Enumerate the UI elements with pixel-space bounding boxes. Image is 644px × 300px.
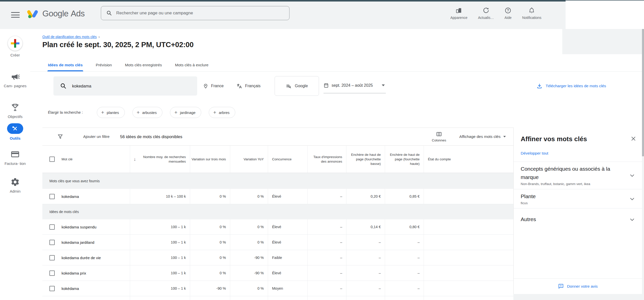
search-icon: [60, 83, 67, 89]
translate-icon: [237, 83, 242, 89]
table-row[interactable]: kokédama 100 – 1 k -90 % 0 % Moyen – – –: [42, 281, 513, 296]
refine-keywords-panel: Affiner vos mots clés Développer tout Co…: [513, 128, 642, 294]
sidebar-item-goals[interactable]: Objectifs: [0, 103, 30, 119]
vertical-scrollbar: [642, 29, 644, 300]
row-checkbox[interactable]: [49, 286, 55, 291]
broaden-chips: +plantes +arbustes +jardinage +arbres: [97, 107, 235, 118]
tab-forecast[interactable]: Prévision: [96, 59, 112, 71]
sidebar-item-admin[interactable]: Admin: [0, 177, 30, 194]
keyword-view-dropdown[interactable]: Affichage des mots clés: [459, 134, 506, 139]
expand-all-link[interactable]: Développer tout: [521, 151, 548, 156]
keyword-search-input[interactable]: [72, 84, 183, 88]
plus-icon: +: [213, 110, 216, 115]
tab-saved-keywords[interactable]: Mots clés enregistrés: [125, 59, 162, 71]
sidebar-item-tools[interactable]: Outils: [0, 123, 30, 141]
google-ads-logo-icon: [27, 8, 38, 19]
chevron-down-icon: [503, 136, 506, 137]
google-ads-logo[interactable]: GoogleAds: [27, 8, 85, 19]
global-search-input[interactable]: [116, 11, 273, 16]
sidebar-item-create[interactable]: Créer: [0, 36, 30, 58]
row-checkbox[interactable]: [49, 271, 55, 276]
plus-icon: +: [174, 110, 177, 115]
notifications-button[interactable]: Notifications: [522, 7, 541, 20]
refresh-icon: [483, 7, 489, 14]
column-header-3month-change[interactable]: Variation sur trois mois: [190, 146, 230, 173]
search-icon: [106, 10, 112, 16]
language-selector[interactable]: Français: [237, 76, 260, 96]
column-header-yoy-change[interactable]: Variation YoY: [230, 146, 268, 173]
help-button[interactable]: ? Aide: [505, 7, 512, 20]
network-selector[interactable]: Google: [275, 76, 319, 96]
breadcrumb: Outil de planification des mots clés›: [42, 35, 100, 39]
tab-negative-keywords[interactable]: Mots clés à exclure: [175, 59, 209, 71]
refine-group-autres[interactable]: Autres: [514, 208, 642, 230]
sidebar: Créer Cam- pagnes Objectifs: [0, 29, 30, 300]
columns-button[interactable]: Colonnes: [432, 131, 446, 142]
page-title: Plan créé le sept. 30, 2025, 2 PM, UTC+0…: [42, 41, 194, 49]
column-header-bid-high[interactable]: Enchère de haut de page (fourchette haut…: [385, 146, 424, 173]
menu-icon[interactable]: [11, 11, 20, 19]
table-header: Mot clé ↓ Nombre moy. de recherches mens…: [42, 146, 513, 173]
date-range-selector[interactable]: sept. 2024 – août 2025: [324, 79, 386, 93]
credit-card-icon: [10, 149, 20, 159]
global-search[interactable]: [101, 6, 289, 20]
sort-descending-icon: ↓: [134, 157, 136, 162]
chevron-down-icon: [629, 196, 635, 202]
tabs-divider: [30, 71, 644, 72]
close-panel-button[interactable]: [630, 136, 636, 142]
scrollbar-thumb[interactable]: [642, 29, 644, 156]
select-all-checkbox[interactable]: [49, 157, 55, 162]
feedback-icon: [558, 283, 564, 289]
svg-text:?: ?: [507, 8, 509, 12]
table-row[interactable]: kokedama jardiland 100 – 1 k 0 % 0 % Éle…: [42, 235, 513, 250]
app-header: GoogleAds Apparence Actualis…: [0, 2, 644, 29]
download-ideas-button[interactable]: Télécharger les idées de mots clés: [537, 76, 606, 96]
column-header-impression-share[interactable]: Taux d'impressions des annonces: [307, 146, 346, 173]
column-header-keyword[interactable]: Mot clé: [42, 146, 130, 173]
filter-funnel-icon[interactable]: [57, 133, 64, 140]
broaden-search-label: Élargir la recherche :: [48, 107, 83, 118]
list-search-icon: [286, 83, 291, 89]
breadcrumb-link[interactable]: Outil de planification des mots clés: [42, 35, 97, 39]
table-row[interactable]: kokedama prix 100 – 1 k 0 % -90 % Élevé …: [42, 265, 513, 281]
background-patch: [562, 29, 642, 54]
chip-jardinage[interactable]: +jardinage: [170, 107, 201, 118]
column-header-bid-low[interactable]: Enchère de haut de page (fourchette bass…: [346, 146, 385, 173]
refresh-button[interactable]: Actualis…: [478, 7, 494, 20]
refine-group-plante[interactable]: Plante ficus: [514, 189, 642, 208]
table-row[interactable]: kokedama suspendu 100 – 1 k 0 % 0 % Élev…: [42, 219, 513, 235]
refine-panel-title: Affiner vos mots clés: [521, 135, 635, 143]
row-checkbox[interactable]: [49, 240, 55, 245]
row-checkbox[interactable]: [49, 194, 55, 199]
column-header-avg-searches[interactable]: ↓ Nombre moy. de recherches mensuelles: [130, 146, 190, 173]
redacted-area: [566, 1, 644, 29]
add-filter-button[interactable]: Ajouter un filtre: [83, 134, 109, 139]
download-icon: [537, 83, 542, 89]
plus-icon: +: [137, 110, 140, 115]
tab-keyword-ideas[interactable]: Idées de mots clés: [48, 59, 83, 71]
chip-arbres[interactable]: +arbres: [209, 107, 235, 118]
table-toolbar: Ajouter un filtre 56 idées de mots clés …: [42, 128, 513, 146]
tools-pill: [7, 123, 23, 134]
breadcrumb-separator: ›: [99, 35, 100, 39]
row-checkbox[interactable]: [49, 224, 55, 230]
chip-arbustes[interactable]: +arbustes: [132, 107, 163, 118]
logo-text: GoogleAds: [42, 9, 85, 18]
location-selector[interactable]: France: [203, 76, 224, 96]
row-checkbox[interactable]: [49, 255, 55, 260]
appearance-button[interactable]: Apparence: [450, 7, 467, 20]
gear-icon: [10, 177, 20, 187]
table-row[interactable]: kokedama durée de vie 100 – 1 k 0 % -90 …: [42, 250, 513, 265]
column-header-account-status[interactable]: État du compte: [424, 146, 513, 173]
column-header-competition[interactable]: Concurrence: [268, 146, 307, 173]
columns-icon: [436, 131, 442, 137]
page-background: [513, 294, 642, 300]
sidebar-item-campaigns[interactable]: Cam- pagnes: [0, 72, 30, 88]
keyword-search-box[interactable]: [53, 76, 197, 96]
feedback-link[interactable]: Donner votre avis: [514, 278, 642, 294]
chip-plantes[interactable]: +plantes: [97, 107, 125, 118]
help-icon: ?: [505, 7, 511, 14]
table-row[interactable]: kokedama 10 k – 100 k 0 % 0 % Élevé – 0,…: [42, 189, 513, 204]
refine-group-brand-concepts[interactable]: Concepts génériques ou associés à la mar…: [514, 162, 642, 189]
sidebar-item-billing[interactable]: Factura- tion: [0, 149, 30, 166]
